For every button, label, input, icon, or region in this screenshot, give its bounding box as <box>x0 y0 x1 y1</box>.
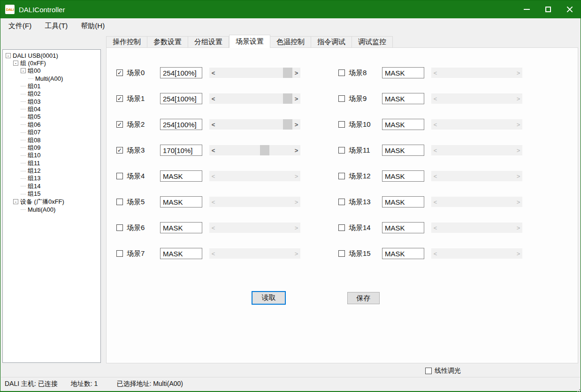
scroll-right-arrow-icon[interactable]: > <box>514 197 522 207</box>
scroll-left-arrow-icon[interactable]: < <box>431 68 439 78</box>
tree-item[interactable]: 组07 <box>4 129 100 136</box>
scene-value-input[interactable] <box>160 222 202 233</box>
scene-value-input[interactable] <box>382 119 424 130</box>
minimize-button[interactable] <box>516 0 537 18</box>
tree-item[interactable]: -DALI USB(0001) <box>4 52 100 59</box>
scrollbar-thumb[interactable] <box>283 119 292 130</box>
scene-checkbox[interactable]: ✓ <box>116 121 123 128</box>
scroll-right-arrow-icon[interactable]: > <box>292 171 300 181</box>
tab-色温控制[interactable]: 色温控制 <box>270 36 311 48</box>
scrollbar-thumb[interactable] <box>283 68 292 78</box>
scroll-right-arrow-icon[interactable]: > <box>514 171 522 181</box>
menu-item[interactable]: 文件(F) <box>2 19 38 33</box>
scroll-left-arrow-icon[interactable]: < <box>431 93 439 104</box>
scrollbar-track[interactable] <box>217 248 292 259</box>
scroll-right-arrow-icon[interactable]: > <box>292 93 300 104</box>
scene-value-input[interactable] <box>382 196 424 208</box>
scene-value-input[interactable] <box>382 93 424 104</box>
scene-checkbox[interactable] <box>338 121 345 128</box>
scroll-right-arrow-icon[interactable]: > <box>292 197 300 207</box>
scrollbar-track[interactable] <box>217 145 292 155</box>
scrollbar-track[interactable] <box>439 248 514 259</box>
scene-checkbox[interactable]: ✓ <box>116 69 123 76</box>
close-button[interactable] <box>559 0 581 18</box>
tree-expander-icon[interactable]: - <box>13 61 18 66</box>
tree-item[interactable]: 组01 <box>4 83 100 90</box>
scene-checkbox[interactable]: ✓ <box>116 147 123 154</box>
scene-value-input[interactable] <box>160 119 202 130</box>
scrollbar-track[interactable] <box>439 223 514 233</box>
tree-item[interactable]: -设备 (广播0xFF) <box>4 198 100 205</box>
maximize-button[interactable] <box>537 0 559 18</box>
scroll-right-arrow-icon[interactable]: > <box>514 93 522 104</box>
scrollbar-track[interactable] <box>439 119 514 130</box>
tree-expander-icon[interactable]: - <box>21 68 26 73</box>
scrollbar-track[interactable] <box>217 171 292 181</box>
scene-value-input[interactable] <box>160 67 202 78</box>
scrollbar-track[interactable] <box>217 93 292 104</box>
tree-item[interactable]: 组08 <box>4 136 100 144</box>
tree-item[interactable]: Multi(A00) <box>4 206 100 213</box>
tab-分组设置[interactable]: 分组设置 <box>188 36 229 48</box>
tree-item[interactable]: 组13 <box>4 175 100 182</box>
tree-item[interactable]: 组09 <box>4 144 100 152</box>
scene-checkbox[interactable] <box>116 250 123 257</box>
scroll-left-arrow-icon[interactable]: < <box>209 68 217 78</box>
scroll-left-arrow-icon[interactable]: < <box>209 197 217 207</box>
scroll-right-arrow-icon[interactable]: > <box>292 68 300 78</box>
tree-item[interactable]: 组10 <box>4 152 100 159</box>
scene-value-input[interactable] <box>382 170 424 182</box>
tab-场景设置[interactable]: 场景设置 <box>229 35 270 48</box>
scroll-left-arrow-icon[interactable]: < <box>209 145 217 155</box>
scene-checkbox[interactable] <box>338 224 345 231</box>
resize-grip-icon[interactable] <box>577 387 578 388</box>
scroll-right-arrow-icon[interactable]: > <box>514 68 522 78</box>
scroll-left-arrow-icon[interactable]: < <box>209 171 217 181</box>
tab-指令调试[interactable]: 指令调试 <box>311 36 352 48</box>
scrollbar-track[interactable] <box>217 68 292 78</box>
linear-dimming-checkbox[interactable] <box>425 368 432 374</box>
tree-item[interactable]: 组02 <box>4 90 100 98</box>
tab-参数设置[interactable]: 参数设置 <box>147 36 188 48</box>
save-button[interactable]: 保存 <box>347 292 380 304</box>
scene-value-input[interactable] <box>382 222 424 233</box>
tree-item[interactable]: 组06 <box>4 121 100 129</box>
scene-value-input[interactable] <box>382 248 424 259</box>
tree-item[interactable]: 组04 <box>4 106 100 113</box>
tree-item[interactable]: 组14 <box>4 183 100 190</box>
scene-value-input[interactable] <box>382 145 424 156</box>
scroll-right-arrow-icon[interactable]: > <box>292 248 300 259</box>
scene-value-input[interactable] <box>160 145 202 156</box>
scroll-left-arrow-icon[interactable]: < <box>209 119 217 130</box>
scene-value-input[interactable] <box>160 248 202 259</box>
scene-checkbox[interactable] <box>338 173 345 179</box>
scene-checkbox[interactable] <box>338 199 345 205</box>
menu-item[interactable]: 帮助(H) <box>74 19 111 33</box>
scrollbar-track[interactable] <box>439 145 514 155</box>
scrollbar-track[interactable] <box>217 197 292 207</box>
scrollbar-track[interactable] <box>217 119 292 130</box>
scroll-left-arrow-icon[interactable]: < <box>209 248 217 259</box>
scene-value-input[interactable] <box>160 93 202 104</box>
scroll-left-arrow-icon[interactable]: < <box>431 145 439 155</box>
scene-checkbox[interactable] <box>338 95 345 102</box>
scroll-right-arrow-icon[interactable]: > <box>292 145 300 155</box>
scrollbar-track[interactable] <box>439 171 514 181</box>
scrollbar-track[interactable] <box>439 68 514 78</box>
scene-checkbox[interactable] <box>338 250 345 257</box>
tree-item[interactable]: -组00 <box>4 67 100 75</box>
scrollbar-thumb[interactable] <box>283 93 292 104</box>
scrollbar-track[interactable] <box>439 93 514 104</box>
tree-item[interactable]: 组12 <box>4 167 100 175</box>
tree-expander-icon[interactable]: - <box>6 53 11 58</box>
tree-item[interactable]: -组 (0xFF) <box>4 59 100 67</box>
scroll-right-arrow-icon[interactable]: > <box>514 248 522 259</box>
scene-value-input[interactable] <box>160 170 202 182</box>
tree-item[interactable]: 组05 <box>4 113 100 121</box>
scrollbar-track[interactable] <box>439 197 514 207</box>
scene-value-input[interactable] <box>382 67 424 78</box>
scroll-left-arrow-icon[interactable]: < <box>431 171 439 181</box>
scroll-right-arrow-icon[interactable]: > <box>514 145 522 155</box>
tree-item[interactable]: 组15 <box>4 190 100 198</box>
scroll-left-arrow-icon[interactable]: < <box>431 248 439 259</box>
